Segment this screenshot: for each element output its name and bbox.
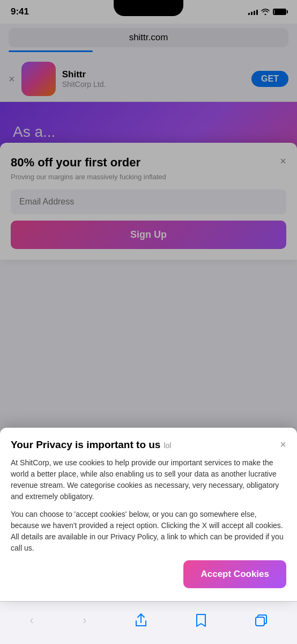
email-popup-title: 80% off your first order [11,156,140,170]
back-button[interactable]: ‹ [25,608,39,633]
website-hero: As a... Mobile web user I want... Fuckin… [0,102,297,254]
status-icons [248,9,286,15]
back-icon: ‹ [30,613,34,627]
browser-bar: shittr.com [0,24,297,56]
wifi-icon [261,9,270,15]
accept-cookies-button[interactable]: Accept Cookies [183,560,286,588]
get-app-button[interactable]: GET [251,71,288,87]
cookie-paragraph-2: You can choose to 'accept cookies' below… [11,509,286,554]
notch [114,0,183,16]
cookie-close-button[interactable]: × [280,438,286,451]
cookie-title: Your Privacy is important to us [11,439,160,450]
signup-button[interactable]: Sign Up [11,221,286,249]
forward-button[interactable]: › [77,608,92,633]
battery-icon [273,9,286,15]
svg-rect-0 [256,617,264,626]
progress-bar [9,50,93,52]
tabs-icon [255,614,267,626]
browser-bottom-nav: ‹ › [0,601,297,644]
share-button[interactable] [130,608,152,633]
cookie-banner-header: Your Privacy is important to uslol × [11,438,286,451]
email-input[interactable] [11,189,286,214]
app-banner-close-button[interactable]: × [9,73,15,85]
email-popup-subtitle: Proving our margins are massively fuckin… [11,173,286,181]
app-info: Shittr ShitCorp Ltd. [62,69,245,89]
email-popup-close-button[interactable]: × [280,156,286,166]
email-popup-header: 80% off your first order × [11,156,286,170]
app-banner: × Shittr ShitCorp Ltd. GET [0,56,297,102]
status-bar: 9:41 [0,0,297,24]
status-time: 9:41 [11,6,29,17]
app-name: Shittr [62,69,245,80]
cookie-banner: Your Privacy is important to uslol × At … [0,428,297,601]
bookmarks-icon [196,613,206,627]
app-icon [21,62,56,96]
share-icon [135,613,147,627]
cookie-title-row: Your Privacy is important to uslol [11,439,171,451]
app-company: ShitCorp Ltd. [62,80,245,89]
email-popup: 80% off your first order × Proving our m… [0,143,297,260]
cookie-paragraph-1: At ShitCorp, we use cookies to help prov… [11,457,286,502]
url-bar[interactable]: shittr.com [9,28,288,47]
signal-icon [248,9,258,15]
forward-icon: › [83,613,86,627]
bookmarks-button[interactable] [190,608,212,633]
cookie-lol: lol [164,441,171,450]
tabs-button[interactable] [250,609,272,632]
hero-line-1: As a... [13,123,284,141]
